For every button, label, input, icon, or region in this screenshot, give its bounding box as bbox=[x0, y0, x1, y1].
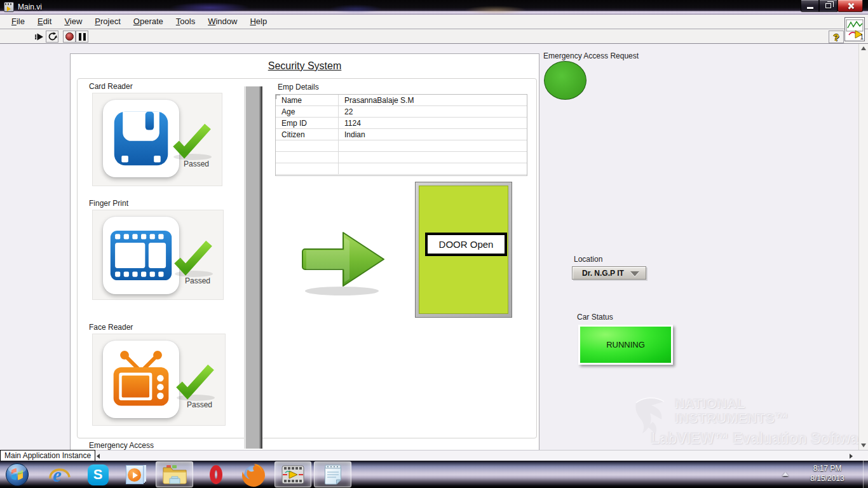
watermark-brand-2: INSTRUMENTS™ bbox=[674, 410, 788, 424]
car-status-value: RUNNING bbox=[606, 340, 645, 349]
show-desktop-button[interactable] bbox=[863, 461, 868, 488]
abort-button[interactable] bbox=[63, 30, 76, 43]
face-reader-indicator: Passed bbox=[92, 334, 226, 426]
screen: Main.vi File Edit View Project Operate T… bbox=[0, 0, 868, 488]
menu-edit[interactable]: Edit bbox=[31, 15, 58, 28]
restore-button[interactable] bbox=[819, 0, 837, 12]
run-continuously-icon bbox=[48, 32, 57, 41]
door-status-label: DOOR Open bbox=[425, 233, 507, 256]
vi-toolbar: ? 1 bbox=[0, 29, 868, 44]
taskbar-item-labview[interactable] bbox=[275, 461, 311, 487]
taskbar-item-opera[interactable] bbox=[203, 463, 229, 487]
close-icon bbox=[847, 3, 855, 10]
run-button[interactable] bbox=[33, 30, 46, 43]
table-row bbox=[276, 152, 527, 163]
door-panel: DOOR Open bbox=[419, 186, 508, 314]
door-indicator: DOOR Open bbox=[415, 182, 512, 318]
finger-print-label: Finger Print bbox=[89, 199, 128, 208]
location-label: Location bbox=[574, 255, 602, 264]
window-titlebar: Main.vi bbox=[0, 0, 868, 15]
firefox-icon bbox=[241, 463, 266, 487]
internet-explorer-icon: e bbox=[48, 463, 72, 486]
emergency-access-label: Emergency Access bbox=[89, 441, 154, 450]
location-value: Dr. N.G.P IT bbox=[582, 269, 624, 278]
clock-date: 8/15/2013 bbox=[799, 473, 855, 484]
emergency-request-label: Emergency Access Request bbox=[543, 51, 639, 60]
run-continuously-button[interactable] bbox=[46, 30, 58, 43]
scroll-up-icon[interactable] bbox=[861, 46, 866, 50]
finger-print-indicator: Passed bbox=[92, 210, 224, 300]
front-panel-area: Security System Card Reader bbox=[0, 44, 868, 450]
table-corner-marker bbox=[276, 95, 280, 99]
opera-icon bbox=[210, 465, 222, 484]
taskbar: e S bbox=[0, 461, 868, 488]
menu-bar: File Edit View Project Operate Tools Win… bbox=[0, 15, 868, 29]
emergency-request-led[interactable] bbox=[544, 61, 587, 100]
menu-operate[interactable]: Operate bbox=[127, 15, 170, 28]
page-title: Security System bbox=[70, 60, 539, 72]
check-icon bbox=[171, 123, 213, 161]
card-reader-status: Passed bbox=[184, 159, 209, 168]
table-row bbox=[276, 140, 527, 152]
emp-details-table: NamePrasannaBalaje S.M Age22 Emp ID1124 … bbox=[275, 94, 527, 176]
check-icon bbox=[172, 240, 214, 278]
menu-view[interactable]: View bbox=[58, 15, 88, 28]
close-button[interactable] bbox=[837, 0, 863, 12]
floppy-icon bbox=[103, 100, 179, 177]
car-status-button[interactable]: RUNNING bbox=[580, 327, 671, 363]
menu-window[interactable]: Window bbox=[201, 15, 243, 28]
svg-text:e: e bbox=[53, 464, 62, 486]
taskbar-item-skype[interactable]: S bbox=[85, 463, 111, 487]
pause-icon bbox=[79, 33, 86, 41]
context-help-icon[interactable]: 1 bbox=[844, 17, 865, 41]
scroll-down-icon[interactable] bbox=[861, 444, 866, 447]
notepad-icon bbox=[322, 464, 344, 485]
app-instance-label: Main Application Instance bbox=[0, 450, 95, 461]
media-player-icon bbox=[126, 464, 146, 485]
card-reader-indicator: Passed bbox=[92, 93, 222, 186]
context-help-badge: 1 bbox=[860, 34, 864, 41]
taskbar-clock[interactable]: 8:17 PM 8/15/2013 bbox=[799, 463, 855, 484]
minimize-icon bbox=[807, 7, 813, 9]
vertical-divider-bar bbox=[244, 86, 262, 449]
labview-icon bbox=[281, 465, 304, 484]
scroll-left-icon[interactable] bbox=[97, 454, 100, 459]
start-button[interactable] bbox=[4, 463, 30, 487]
taskbar-item-internet-explorer[interactable]: e bbox=[47, 463, 72, 487]
run-icon bbox=[34, 32, 44, 42]
location-dropdown[interactable]: Dr. N.G.P IT bbox=[572, 266, 646, 280]
pause-button[interactable] bbox=[76, 30, 88, 43]
menu-file[interactable]: File bbox=[5, 15, 31, 28]
film-strip-icon bbox=[103, 217, 179, 294]
taskbar-item-media-player[interactable] bbox=[123, 463, 149, 487]
emp-details-label: Emp Details bbox=[278, 83, 319, 92]
menu-tools[interactable]: Tools bbox=[170, 15, 201, 28]
chevron-down-icon bbox=[630, 271, 639, 276]
menu-help[interactable]: Help bbox=[243, 15, 273, 28]
table-row: Emp ID1124 bbox=[276, 118, 527, 129]
taskbar-item-notepad[interactable] bbox=[314, 461, 351, 487]
show-hidden-icons-button[interactable] bbox=[782, 472, 789, 476]
table-row: Age22 bbox=[276, 106, 527, 118]
labview-window-icon bbox=[4, 2, 14, 12]
watermark-brand-1: NATIONAL bbox=[674, 395, 788, 410]
taskbar-item-firefox[interactable] bbox=[241, 463, 266, 487]
card-reader-label: Card Reader bbox=[89, 82, 133, 91]
menu-project[interactable]: Project bbox=[88, 15, 126, 28]
taskbar-item-explorer[interactable] bbox=[156, 461, 193, 487]
help-button[interactable]: ? bbox=[829, 30, 844, 43]
table-row: CitizenIndian bbox=[276, 129, 527, 140]
green-arrow-icon bbox=[299, 222, 391, 297]
face-reader-label: Face Reader bbox=[89, 323, 133, 332]
face-reader-status: Passed bbox=[187, 400, 212, 409]
table-row bbox=[276, 163, 527, 175]
status-bar: Main Application Instance bbox=[0, 450, 868, 461]
vertical-scrollbar[interactable] bbox=[858, 44, 868, 450]
car-status-button-frame: RUNNING bbox=[578, 325, 673, 365]
scroll-right-icon[interactable] bbox=[850, 454, 853, 459]
finger-print-status: Passed bbox=[185, 276, 210, 285]
ni-watermark: NATIONAL INSTRUMENTS™ LabVIEW™ Evaluatio… bbox=[632, 394, 861, 450]
window-title: Main.vi bbox=[18, 3, 42, 11]
watermark-product: LabVIEW™ Evaluation Software bbox=[650, 430, 868, 447]
minimize-button[interactable] bbox=[801, 0, 819, 12]
